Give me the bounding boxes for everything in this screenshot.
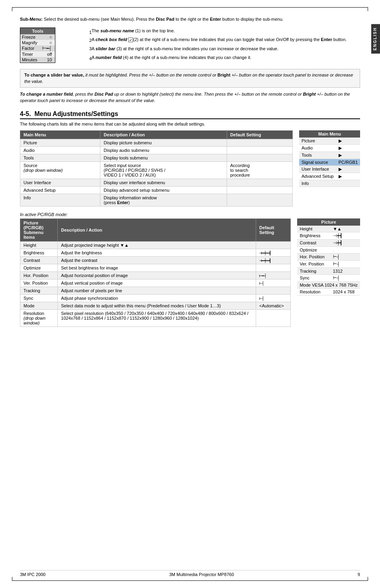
table-row: Tracking Adjust number of pixels per lin… — [20, 287, 291, 294]
main-menu-mini: Main Menu Picture ▶ Audio ▶ Tools — [299, 130, 360, 187]
table-row: Sync Adjust phase synchronization ⊢┤ — [20, 294, 291, 302]
corner-br — [364, 577, 368, 581]
mini-info-val — [336, 180, 360, 187]
mini-pic-verpos: Ver. Position — [297, 260, 330, 267]
pic-brightness-desc: Adjust the brightness — [58, 249, 256, 256]
default-audio — [227, 146, 292, 154]
minutes-label: Minutes — [20, 57, 41, 63]
table-row: Timer off — [20, 51, 55, 57]
mini-pic-sync-val: ⊢┤ — [331, 274, 360, 281]
mini-tools-arrow: ▶ — [336, 151, 360, 159]
main-menu-table-wrap: Main Menu Description / Action Default S… — [20, 130, 293, 206]
mini-picture-table: Picture Height ▼▲ Brightness ⊣┿┫ Contras… — [297, 218, 360, 295]
mini-pic-resolution-val: 1024 x 768 — [331, 288, 360, 295]
mini-pic-height: Height — [297, 226, 330, 232]
table-row: Optimize Set best brightness for image — [20, 264, 291, 271]
footer-left: 3M IPC 2000 — [20, 572, 45, 577]
menu-adv: Advanced Setup — [20, 186, 100, 194]
list-item: Resolution 1024 x 768 — [297, 288, 360, 295]
num-label-2: 2 — [89, 36, 92, 45]
mini-signal: Signal source — [299, 159, 336, 165]
mini-pic-resolution: Resolution — [297, 288, 330, 295]
section-heading: 4-5. Menu Adjustments/Settings — [20, 110, 360, 119]
factor-label: Factor — [20, 45, 41, 51]
num-label-4: 4 — [89, 55, 92, 63]
pic-horpos: Hor. Position — [20, 271, 58, 279]
table-row: Magnify ○ — [20, 40, 55, 45]
table-row: Info Display information window(press En… — [20, 194, 293, 206]
corner-tr — [364, 7, 368, 11]
pic-col-default: Default Setting — [256, 218, 291, 241]
pic-height-desc: Adjust projected image height ▼▲ — [58, 241, 256, 249]
default-adv — [227, 186, 292, 194]
mini-pic-optimize-val — [331, 246, 360, 253]
mini-pic-tracking: Tracking — [297, 267, 330, 274]
mini-tools: Tools — [299, 151, 336, 159]
pic-optimize-desc: Set best brightness for image — [58, 264, 256, 271]
col-header-desc: Description / Action — [100, 130, 227, 139]
tools-header: Tools — [20, 28, 55, 34]
magnify-value: ○ — [41, 40, 55, 45]
subsection-label: In active PC/RGB mode: — [20, 212, 360, 217]
pic-contrast-desc: Adjust the contrast — [58, 256, 256, 264]
pic-horpos-default: ⊢━┤ — [256, 271, 291, 279]
mini-pic-height-val: ▼▲ — [331, 226, 360, 232]
default-tools — [227, 154, 292, 161]
pic-sync: Sync — [20, 294, 58, 302]
table-row: Advanced Setup Display advanced setup su… — [20, 186, 293, 194]
menu-source: Source(drop down window) — [20, 161, 100, 179]
mini-info: Info — [299, 180, 336, 187]
desc-tools: Display tools submenu — [100, 154, 227, 161]
list-item: Sync ⊢┤ — [297, 274, 360, 281]
num-label-1: 1 — [89, 28, 92, 37]
pic-col-menu: Picture (PC/RGB)Submenu Items — [20, 218, 58, 241]
table-row: Source(drop down window) Select input so… — [20, 161, 293, 179]
table-row: Freeze ○ — [20, 34, 55, 40]
mini-pic-horpos-val: ⊢┤ — [331, 253, 360, 260]
mini-pic-brightness-val: ⊣┿┫ — [331, 232, 360, 239]
list-item: Picture ▶ — [299, 138, 360, 145]
pic-tracking: Tracking — [20, 287, 58, 294]
col-header-default: Default Setting — [227, 130, 292, 139]
mini-audio-arrow: ▶ — [336, 144, 360, 151]
table-row: Mode Select data mode to adjust within t… — [20, 302, 291, 309]
mini-advsetup: Advanced Setup — [299, 173, 336, 180]
list-item: Height ▼▲ — [297, 226, 360, 232]
picture-table-wrap: Picture (PC/RGB)Submenu Items Descriptio… — [20, 218, 291, 327]
pic-verpos-desc: Adjust vertical position of image — [58, 279, 256, 287]
mini-userif-arrow: ▶ — [336, 165, 360, 173]
timer-value: off — [41, 51, 55, 57]
desc-ui: Display user interface submenu — [100, 179, 227, 186]
main-content: Sub-Menu: Select the desired sub-menu (s… — [20, 12, 360, 327]
list-item: Ver. Position ⊢┤ — [297, 260, 360, 267]
bottom-border — [12, 580, 368, 581]
list-item: Tracking 1312 — [297, 267, 360, 274]
table-row: Factor ⊢━┤ — [20, 45, 55, 51]
pic-optimize-default — [256, 264, 291, 271]
default-source: Accordingto searchprocedure — [227, 161, 292, 179]
footer-center: 3M Multimedia Projector MP8760 — [169, 572, 234, 577]
picture-table: Picture (PC/RGB)Submenu Items Descriptio… — [20, 218, 291, 327]
minutes-value: 10 — [41, 57, 55, 63]
mini-picture-arrow: ▶ — [336, 138, 360, 145]
freeze-value: ○ — [41, 34, 55, 40]
top-border — [12, 7, 368, 8]
submenu-layout: Tools Freeze ○ Magnify ○ Factor — [20, 28, 360, 63]
list-item: Tools ▶ — [299, 151, 360, 159]
menu-audio: Audio — [20, 146, 100, 154]
list-item: Mode VESA 1024 x 768 75Hz — [297, 281, 360, 288]
num-label-3: 3 — [89, 45, 92, 53]
default-ui — [227, 179, 292, 186]
desc-2: A check box field (2) at the right of a … — [92, 36, 360, 43]
desc-picture: Display picture submenu — [100, 139, 227, 146]
mini-pic-contrast-val: ⊣┿┫ — [331, 239, 360, 246]
submenu-descriptions: The sub-menu name (1) is on the top line… — [92, 28, 360, 63]
mini-pic-brightness: Brightness — [297, 232, 330, 239]
list-item: Advanced Setup ▶ — [299, 173, 360, 180]
page-footer: 3M IPC 2000 3M Multimedia Projector MP87… — [20, 570, 360, 577]
table-row: Resolution(drop down window) Select pixe… — [20, 309, 291, 326]
mini-signal-val: PC/RGB1 — [336, 159, 360, 165]
timer-label: Timer — [20, 51, 41, 57]
pic-height: Height — [20, 241, 58, 249]
pic-verpos: Ver. Position — [20, 279, 58, 287]
